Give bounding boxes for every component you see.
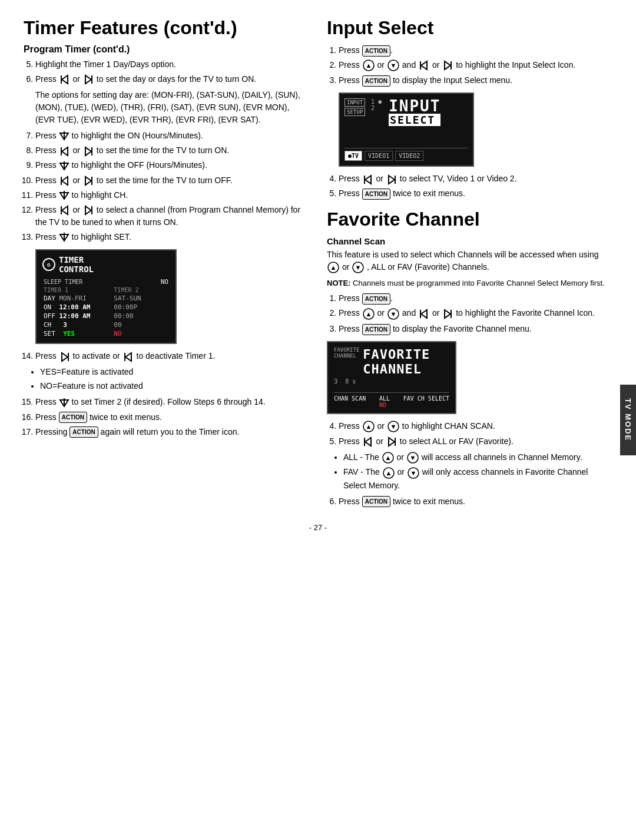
action-btn-input-1: ACTION: [362, 45, 390, 57]
step-15: Press to set Timer 2 (if desired). Follo…: [35, 396, 309, 408]
fav-note: NOTE: Channels must be programmed into F…: [327, 277, 612, 289]
svg-text:▲: ▲: [330, 264, 337, 271]
fav-all-sub: NO: [379, 402, 390, 408]
step-13: Press to highlight SET.: [35, 231, 309, 243]
tv-mode-label: TV MODE: [624, 398, 632, 441]
screen-spacer: [344, 128, 468, 146]
action-btn-17: ACTION: [69, 426, 98, 438]
on-row-1: ON 12:00 AM: [42, 303, 112, 312]
fav-step-1: Press ACTION.: [339, 292, 612, 305]
step-9: Press to highlight the OFF (Hours/Minute…: [35, 159, 309, 171]
fav-intro-text: This feature is used to select which Cha…: [327, 249, 612, 274]
fav-step-4: Press ▲ or ▼ to highlight CHAN SCAN.: [339, 420, 612, 433]
timer-steps-list: Highlight the Timer 1 Day/Days option. P…: [35, 58, 309, 85]
step-11: Press to highlight CH.: [35, 189, 309, 201]
timer-screen-title: TIMERCONTROL: [59, 255, 94, 274]
day-row-1: DAY MON-FRI: [42, 294, 112, 303]
timer-logo: ⚙: [42, 258, 55, 271]
fav-bullets: ALL - The ▲ or ▼ will access all channel…: [343, 451, 612, 492]
svg-marker-0: [62, 75, 68, 84]
right-column: Input Select Press ACTION. Press ▲ or ▼ …: [327, 18, 612, 511]
action-btn-fav-1: ACTION: [362, 293, 390, 305]
fav-select-label: FAV CH SELECT: [403, 395, 449, 402]
day-options-text: The options for setting day are: (MON-FR…: [35, 89, 309, 126]
timer-control-screen: ⚙ TIMERCONTROL SLEEP TIMER NO TIMER 1 TI…: [35, 249, 177, 344]
timer-steps-list-2: Press to highlight the ON (Hours/Minutes…: [35, 130, 309, 243]
svg-marker-14: [85, 177, 91, 185]
no-label-1: NO: [155, 277, 170, 286]
action-btn-input-5: ACTION: [362, 188, 390, 200]
fav-screen-tags: FAVORITE CHANNEL: [334, 347, 359, 376]
action-btn-fav-6: ACTION: [362, 496, 390, 507]
fav-screen-title-2: CHANNEL: [363, 362, 430, 376]
step-17: Pressing ACTION again will return you to…: [35, 426, 309, 438]
svg-marker-6: [62, 147, 68, 156]
fav-step-3: Press ACTION to display the Favorite Cha…: [339, 323, 612, 335]
svg-marker-8: [85, 147, 91, 156]
fav-screen-title-1: FAVORITE: [363, 347, 430, 362]
fav-channel-screen: FAVORITE CHANNEL FAVORITE CHANNEL 3 8 s …: [327, 341, 456, 414]
action-btn-fav-3: ACTION: [362, 324, 390, 335]
fav-chan-scan-label: CHAN SCAN: [334, 395, 366, 402]
svg-marker-34: [421, 61, 427, 70]
fav-screen-bottom: CHAN SCAN ALL NO FAV CH SELECT: [334, 392, 449, 408]
svg-marker-12: [62, 177, 68, 185]
fav-bullet-all: ALL - The ▲ or ▼ will access all channel…: [343, 451, 612, 464]
left-column: Timer Features (cont'd.) Program Timer (…: [24, 18, 309, 511]
no-bullet: NO=Feature is not activated: [40, 380, 309, 392]
svg-text:▲: ▲: [385, 454, 391, 461]
fav-steps-list-3: Press ACTION twice to exit menus.: [339, 495, 612, 508]
fav-screen-header-row: FAVORITE CHANNEL FAVORITE CHANNEL: [334, 347, 449, 376]
fav-select-item: FAV CH SELECT: [403, 395, 449, 408]
step-16: Press ACTION twice to exit menus.: [35, 411, 309, 424]
svg-text:▲: ▲: [365, 310, 372, 318]
svg-marker-58: [365, 438, 371, 446]
fav-bullet-fav: FAV - The ▲ or ▼ will only access channe…: [343, 466, 612, 491]
svg-marker-60: [389, 438, 395, 446]
step-7: Press to highlight the ON (Hours/Minutes…: [35, 130, 309, 142]
svg-text:▼: ▼: [390, 310, 396, 318]
fav-tag-favorite: FAVORITE: [334, 347, 359, 353]
fav-steps-list: Press ACTION. Press ▲ or ▼ and or to hig…: [339, 292, 612, 335]
fav-num-3: 3: [334, 378, 338, 385]
action-btn-16: ACTION: [59, 412, 87, 423]
input-bottom-row: ●TV VIDEO1 VIDEO2: [344, 148, 468, 161]
on-row-2: 00:00P: [112, 303, 155, 312]
svg-marker-52: [445, 310, 450, 318]
screen-number-2: 2: [371, 105, 382, 111]
input-steps-list: Press ACTION. Press ▲ or ▼ and or to hig…: [339, 44, 612, 87]
screen-number-1: 1 ●: [371, 98, 382, 105]
step-5-text: Highlight the Timer 1 Day/Days option.: [35, 59, 176, 69]
timer-steps-list-4: Press to set Timer 2 (if desired). Follo…: [35, 396, 309, 438]
off-row-1: OFF 12:00 AM: [42, 312, 112, 320]
step-14: Press to activate or to deactivate Timer…: [35, 350, 309, 362]
step-12: Press or to select a channel (from Progr…: [35, 204, 309, 229]
left-title: Timer Features (cont'd.): [24, 18, 309, 38]
ch-row-2: 00: [112, 320, 155, 329]
step-5: Highlight the Timer 1 Day/Days option.: [35, 58, 309, 71]
input-step-4: Press or to select TV, Video 1 or Video …: [339, 173, 612, 185]
fav-title: Favorite Channel: [327, 209, 612, 230]
set-row-2: NO: [112, 329, 155, 338]
svg-text:▲: ▲: [385, 469, 392, 477]
input-steps-list-2: Press or to select TV, Video 1 or Video …: [339, 173, 612, 200]
off-row-2: 00:00: [112, 312, 155, 320]
svg-marker-24: [62, 353, 68, 361]
svg-marker-40: [389, 176, 395, 184]
fav-screen-num: 3 8 s: [334, 378, 449, 385]
fav-step-2: Press ▲ or ▼ and or to highlight the Fav…: [339, 307, 612, 320]
fav-all-item: ALL NO: [379, 395, 390, 408]
svg-text:▲: ▲: [365, 62, 372, 69]
video1-option: VIDEO1: [365, 151, 393, 161]
input-step-2: Press ▲ or ▼ and or to highlight the Inp…: [339, 59, 612, 72]
tv-mode-sidebar: TV MODE: [620, 385, 636, 455]
svg-marker-38: [365, 176, 371, 184]
right-title: Input Select: [327, 18, 612, 38]
step-6-text: Press or to set the day or days for the …: [35, 74, 256, 84]
step-8: Press or to set the time for the TV to t…: [35, 144, 309, 157]
timer1-label: TIMER 1: [42, 286, 112, 294]
svg-marker-18: [62, 206, 68, 214]
page-number: - 27 -: [24, 523, 612, 532]
fav-subtitle: Channel Scan: [327, 236, 612, 246]
input-select-screen: INPUT SETUP 1 ● 2 INPUT SELECT ●TV VIDEO…: [339, 92, 474, 167]
